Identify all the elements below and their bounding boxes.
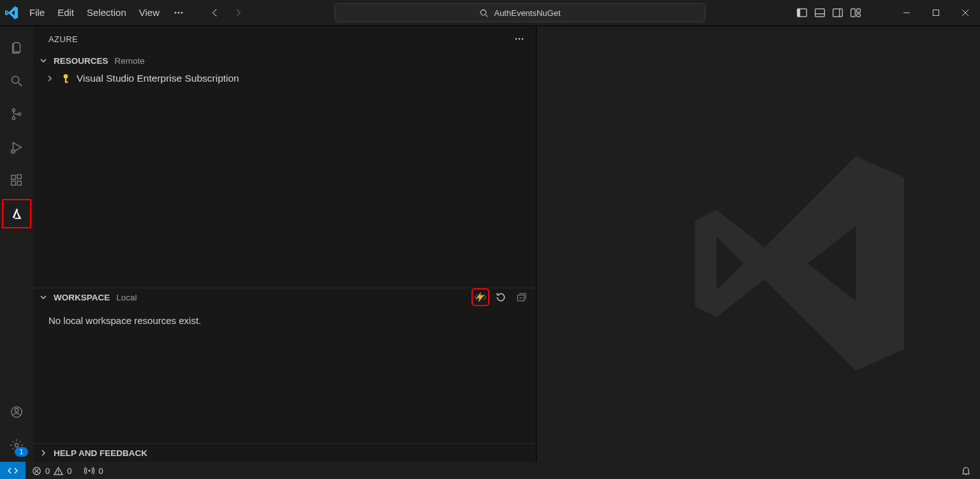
chevron-right-icon: [45, 73, 55, 84]
ports-count: 0: [98, 466, 103, 476]
resources-title: RESOURCES: [54, 56, 108, 66]
search-icon[interactable]: [0, 64, 33, 98]
resources-tag: Remote: [115, 56, 145, 66]
accounts-icon[interactable]: [0, 395, 33, 429]
svg-point-19: [12, 77, 19, 84]
extensions-icon[interactable]: [0, 164, 33, 197]
run-debug-icon[interactable]: [0, 131, 33, 164]
chevron-down-icon: [38, 55, 48, 66]
svg-point-21: [12, 108, 15, 111]
toggle-primary-sidebar-icon[interactable]: [796, 7, 808, 18]
svg-point-50: [89, 470, 91, 472]
svg-point-22: [12, 117, 15, 119]
svg-point-1: [178, 12, 180, 14]
close-button[interactable]: [951, 0, 980, 26]
workspace-header[interactable]: WORKSPACE Local: [33, 288, 536, 306]
customize-layout-icon[interactable]: [850, 7, 861, 18]
main-menu: File Edit Selection View: [23, 0, 191, 26]
sidebar-more-icon[interactable]: [503, 34, 536, 44]
svg-rect-14: [857, 14, 861, 17]
svg-rect-30: [11, 175, 15, 179]
workspace-tag: Local: [116, 293, 137, 302]
remote-indicator[interactable]: [0, 462, 26, 479]
menu-file[interactable]: File: [23, 0, 51, 26]
status-bar: 0 0 0: [0, 462, 980, 479]
nav-back[interactable]: [209, 7, 221, 18]
menu-selection[interactable]: Selection: [80, 0, 133, 26]
sidebar-title: AZURE: [33, 26, 536, 52]
svg-point-0: [175, 12, 177, 14]
errors-count: 0: [45, 466, 50, 476]
vscode-watermark-icon: [537, 26, 980, 462]
svg-point-39: [522, 38, 524, 40]
svg-rect-31: [11, 181, 15, 185]
notifications-icon[interactable]: [952, 466, 980, 476]
menu-view[interactable]: View: [133, 0, 166, 26]
azure-sidebar: AZURE RESOURCES Remote Visual Studio Ent…: [33, 26, 537, 462]
azure-icon[interactable]: [0, 197, 33, 230]
svg-point-37: [516, 38, 517, 40]
svg-point-36: [15, 443, 19, 447]
resources-section: RESOURCES Remote Visual Studio Enterpris…: [33, 52, 536, 288]
resources-header[interactable]: RESOURCES Remote: [33, 52, 536, 70]
svg-rect-12: [851, 9, 856, 17]
window-controls: [892, 0, 980, 26]
settings-icon[interactable]: 1: [0, 429, 33, 462]
svg-rect-6: [798, 9, 801, 17]
svg-rect-10: [833, 9, 843, 17]
sidebar-title-text: AZURE: [48, 34, 78, 44]
settings-badge: 1: [15, 447, 28, 457]
subscription-label: Visual Studio Enterprise Subscription: [77, 73, 239, 84]
svg-point-49: [58, 473, 59, 474]
svg-point-35: [15, 409, 19, 413]
collapse-all-icon[interactable]: [513, 289, 530, 306]
key-icon: [60, 73, 71, 84]
svg-line-20: [19, 83, 22, 87]
svg-rect-42: [65, 82, 68, 83]
layout-controls: [796, 7, 880, 18]
source-control-icon[interactable]: [0, 98, 33, 131]
chevron-right-icon: [38, 448, 48, 458]
refresh-icon[interactable]: [493, 289, 509, 306]
svg-rect-32: [17, 181, 21, 185]
svg-rect-16: [933, 10, 939, 16]
warnings-count: 0: [67, 466, 71, 476]
title-bar: File Edit Selection View AuthEventsNuGet: [0, 0, 980, 26]
toggle-panel-icon[interactable]: [814, 7, 826, 18]
workbench: 1 AZURE RESOURCES Remote Visual Studio E…: [0, 26, 980, 462]
help-header[interactable]: HELP AND FEEDBACK: [33, 444, 536, 462]
chevron-down-icon: [38, 292, 48, 302]
subscription-row[interactable]: Visual Studio Enterprise Subscription: [33, 70, 536, 87]
workspace-section: WORKSPACE Local No local workspace resou…: [33, 288, 536, 443]
menu-edit[interactable]: Edit: [51, 0, 80, 26]
svg-line-29: [14, 150, 15, 151]
svg-point-2: [181, 12, 183, 14]
svg-line-28: [11, 150, 12, 151]
toggle-secondary-sidebar-icon[interactable]: [832, 7, 843, 18]
svg-rect-33: [17, 175, 21, 179]
help-section: HELP AND FEEDBACK: [33, 443, 536, 462]
activity-bar: 1: [0, 26, 33, 462]
command-center-text: AuthEventsNuGet: [494, 8, 560, 18]
azure-functions-icon[interactable]: [472, 289, 489, 306]
problems-status[interactable]: 0 0: [26, 462, 78, 479]
workspace-empty-message: No local workspace resources exist.: [33, 306, 536, 335]
command-center[interactable]: AuthEventsNuGet: [334, 3, 706, 22]
workspace-title: WORKSPACE: [54, 293, 110, 302]
vscode-icon: [0, 5, 23, 20]
svg-line-4: [486, 15, 488, 17]
menu-more[interactable]: [166, 0, 191, 26]
ports-status[interactable]: 0: [78, 462, 109, 479]
svg-rect-8: [815, 14, 825, 17]
minimize-button[interactable]: [892, 0, 921, 26]
maximize-button[interactable]: [921, 0, 951, 26]
help-title: HELP AND FEEDBACK: [54, 448, 147, 458]
editor-area: [537, 26, 980, 462]
svg-point-38: [519, 38, 521, 40]
nav-arrows: [209, 7, 244, 18]
svg-point-3: [481, 10, 486, 15]
explorer-icon[interactable]: [0, 31, 33, 64]
svg-point-23: [18, 113, 20, 115]
nav-forward[interactable]: [232, 7, 244, 18]
svg-rect-13: [857, 9, 861, 13]
